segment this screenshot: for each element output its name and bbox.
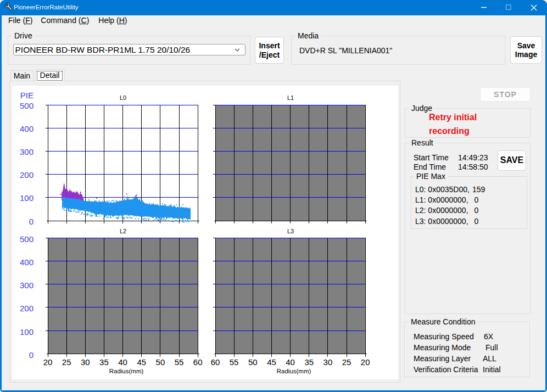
svg-text:200: 200 <box>20 304 34 313</box>
svg-text:45: 45 <box>137 357 146 367</box>
svg-text:0: 0 <box>29 217 34 226</box>
svg-text:25: 25 <box>342 357 351 367</box>
svg-text:60: 60 <box>211 357 220 367</box>
svg-text:L0: L0 <box>120 94 126 101</box>
svg-text:45: 45 <box>267 357 276 367</box>
svg-text:L3: L3 <box>287 228 294 234</box>
svg-text:100: 100 <box>20 193 34 203</box>
svg-text:400: 400 <box>20 257 34 267</box>
svg-text:50: 50 <box>248 357 258 367</box>
svg-text:Radius(mm): Radius(mm) <box>109 368 144 374</box>
svg-text:50: 50 <box>156 357 165 367</box>
svg-text:55: 55 <box>230 357 239 367</box>
svg-text:60: 60 <box>193 357 203 367</box>
svg-text:25: 25 <box>62 357 71 367</box>
svg-text:55: 55 <box>175 357 184 367</box>
svg-text:100: 100 <box>20 327 34 337</box>
svg-text:L1: L1 <box>287 94 294 101</box>
svg-text:300: 300 <box>20 147 34 156</box>
svg-text:400: 400 <box>20 124 34 133</box>
svg-text:20: 20 <box>361 357 370 367</box>
svg-text:35: 35 <box>99 357 109 367</box>
svg-text:0: 0 <box>29 350 34 360</box>
svg-text:L2: L2 <box>120 228 126 234</box>
svg-text:20: 20 <box>43 357 53 367</box>
svg-text:PIE: PIE <box>20 91 34 100</box>
svg-text:500: 500 <box>20 234 34 244</box>
svg-text:500: 500 <box>20 101 34 110</box>
svg-text:300: 300 <box>20 281 34 290</box>
svg-text:200: 200 <box>20 170 34 180</box>
svg-text:Radius(mm): Radius(mm) <box>277 368 311 374</box>
svg-text:30: 30 <box>323 357 333 367</box>
svg-text:40: 40 <box>118 357 127 367</box>
svg-text:30: 30 <box>81 357 90 367</box>
svg-text:40: 40 <box>286 357 295 367</box>
svg-text:35: 35 <box>304 357 314 367</box>
